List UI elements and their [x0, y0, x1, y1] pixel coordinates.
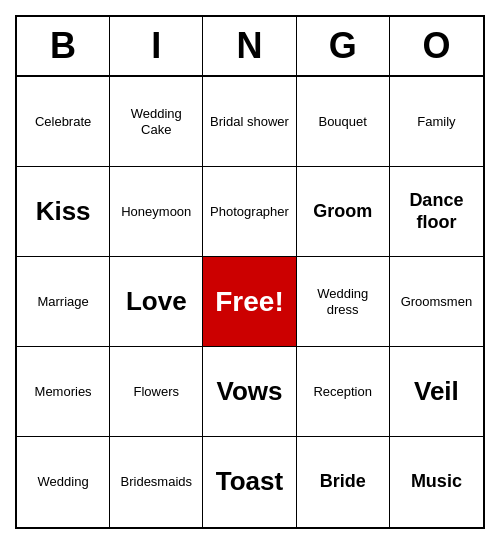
header-letter: O — [390, 17, 483, 75]
cell-3-1: Flowers — [110, 347, 203, 437]
cell-4-1: Bridesmaids — [110, 437, 203, 527]
cell-text: Family — [417, 114, 455, 130]
cell-4-0: Wedding — [17, 437, 110, 527]
cell-2-4: Groomsmen — [390, 257, 483, 347]
cell-0-0: Celebrate — [17, 77, 110, 167]
cell-3-4: Veil — [390, 347, 483, 437]
cell-text: Photographer — [210, 204, 289, 220]
cell-1-4: Dance floor — [390, 167, 483, 257]
header-letter: B — [17, 17, 110, 75]
cell-text: Free! — [215, 285, 283, 319]
bingo-card: BINGO CelebrateWedding CakeBridal shower… — [15, 15, 485, 529]
cell-text: Bridesmaids — [121, 474, 193, 490]
cell-text: Bouquet — [318, 114, 366, 130]
cell-text: Wedding — [38, 474, 89, 490]
cell-text: Groomsmen — [401, 294, 473, 310]
cell-3-0: Memories — [17, 347, 110, 437]
cell-text: Dance floor — [396, 190, 477, 233]
cell-text: Wedding dress — [303, 286, 383, 317]
bingo-grid: CelebrateWedding CakeBridal showerBouque… — [17, 77, 483, 527]
cell-3-2: Vows — [203, 347, 296, 437]
cell-4-3: Bride — [297, 437, 390, 527]
cell-text: Love — [126, 286, 187, 317]
cell-2-0: Marriage — [17, 257, 110, 347]
cell-text: Vows — [217, 376, 283, 407]
cell-1-2: Photographer — [203, 167, 296, 257]
cell-text: Honeymoon — [121, 204, 191, 220]
cell-1-0: Kiss — [17, 167, 110, 257]
cell-text: Bridal shower — [210, 114, 289, 130]
bingo-header: BINGO — [17, 17, 483, 77]
header-letter: I — [110, 17, 203, 75]
cell-1-3: Groom — [297, 167, 390, 257]
cell-text: Wedding Cake — [116, 106, 196, 137]
cell-text: Groom — [313, 201, 372, 223]
cell-text: Bride — [320, 471, 366, 493]
cell-text: Marriage — [37, 294, 88, 310]
cell-text: Memories — [35, 384, 92, 400]
cell-0-3: Bouquet — [297, 77, 390, 167]
cell-text: Celebrate — [35, 114, 91, 130]
cell-text: Kiss — [36, 196, 91, 227]
cell-text: Flowers — [134, 384, 180, 400]
cell-0-1: Wedding Cake — [110, 77, 203, 167]
header-letter: N — [203, 17, 296, 75]
cell-1-1: Honeymoon — [110, 167, 203, 257]
cell-text: Music — [411, 471, 462, 493]
cell-text: Toast — [216, 466, 283, 497]
cell-2-1: Love — [110, 257, 203, 347]
cell-2-3: Wedding dress — [297, 257, 390, 347]
cell-0-2: Bridal shower — [203, 77, 296, 167]
cell-3-3: Reception — [297, 347, 390, 437]
cell-2-2: Free! — [203, 257, 296, 347]
cell-text: Reception — [313, 384, 372, 400]
cell-0-4: Family — [390, 77, 483, 167]
cell-4-2: Toast — [203, 437, 296, 527]
cell-text: Veil — [414, 376, 459, 407]
cell-4-4: Music — [390, 437, 483, 527]
header-letter: G — [297, 17, 390, 75]
